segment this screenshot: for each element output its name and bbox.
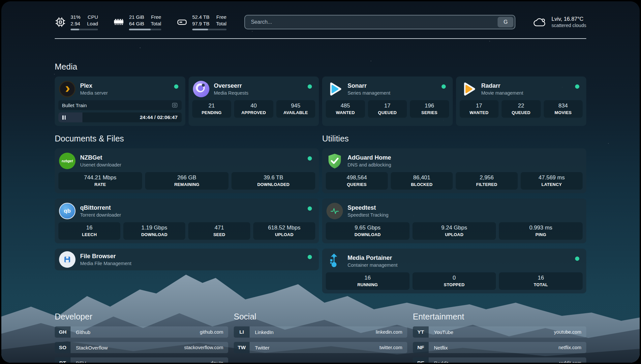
section-title-entertainment: Entertainment	[413, 312, 586, 321]
memory-progress	[129, 29, 161, 30]
nzbget-stat-rate: 744.21 MbpsRATE	[58, 172, 142, 190]
bookmark-group-developer: Developer GH Github github.com SO StackO…	[55, 312, 228, 363]
card-speedtest[interactable]: Speedtest Speedtest Tracking 9.65 GbpsDO…	[322, 198, 586, 243]
weather-widget: Lviv, 16.87°C scattered clouds	[533, 15, 586, 29]
qbittorrent-stat-download: 1.19 GbpsDOWNLOAD	[123, 222, 185, 240]
nzbget-stat-remaining: 266 GBREMAINING	[145, 172, 229, 190]
nzbget-status-dot	[308, 156, 312, 161]
sonarr-stat-queued: 17QUEUED	[368, 100, 407, 118]
reddit-abbr: RE	[413, 357, 429, 363]
disk-free-value: 52.4 TB	[192, 14, 209, 20]
linkedin-url: linkedin.com	[376, 329, 402, 335]
qbittorrent-stat-upload: 618.52 MbpsUPLOAD	[253, 222, 315, 240]
bookmark-stackoverflow[interactable]: SO StackOverflow stackoverflow.com	[55, 342, 228, 353]
disk-stats: 52.4 TB 97.9 TB Free Total	[176, 14, 227, 30]
weather-condition: scattered clouds	[551, 22, 586, 29]
bookmark-youtube[interactable]: YT YouTube youtube.com	[413, 326, 586, 338]
radarr-stat-movies: 834MOVIES	[544, 100, 583, 118]
portainer-status-dot	[575, 257, 579, 261]
portainer-title: Media Portainer	[348, 255, 398, 261]
card-adguard[interactable]: AdGuard Home DNS and adblocking 498,564Q…	[322, 148, 586, 193]
overseerr-stat-approved: 40APPROVED	[234, 100, 273, 118]
overseerr-status-dot	[308, 84, 312, 89]
card-overseerr[interactable]: Overseerr Media Requests 21PENDING 40APP…	[189, 76, 319, 126]
bookmark-netflix[interactable]: NF Netflix netflix.com	[413, 342, 586, 353]
dev-name: DEV	[76, 360, 86, 363]
adguard-stat-blocked: 86,401BLOCKED	[391, 172, 453, 190]
bookmark-reddit[interactable]: RE Reddit reddit.com	[413, 357, 586, 363]
radarr-stat-wanted: 17WANTED	[460, 100, 499, 118]
card-radarr[interactable]: Radarr Movie management 17WANTED 22QUEUE…	[456, 76, 587, 126]
adguard-subtitle: DNS and adblocking	[348, 162, 391, 167]
netflix-abbr: NF	[413, 342, 429, 353]
card-portainer[interactable]: Media Portainer Container management 16R…	[322, 249, 586, 293]
stackoverflow-name: StackOverflow	[76, 345, 108, 350]
search-bar: G	[244, 15, 516, 29]
search-provider-button[interactable]: G	[498, 17, 513, 27]
plex-title: Plex	[80, 82, 108, 89]
section-title-utilities: Utilities	[322, 134, 586, 143]
top-bar: 31% 2.94 CPU Load	[55, 1, 586, 33]
plex-now-playing-title: Bullet Train	[62, 103, 87, 108]
radarr-status-dot	[575, 84, 579, 89]
card-qbittorrent[interactable]: qb qBittorrent Torrent downloader 16LEEC…	[55, 198, 319, 243]
speedtest-stat-ping: 0.993 msPING	[499, 222, 583, 240]
bookmark-github[interactable]: GH Github github.com	[55, 326, 228, 338]
github-url: github.com	[200, 329, 223, 335]
plex-progress-bar: 24:44 / 02:06:47	[58, 112, 182, 122]
overseerr-stat-available: 945AVAILABLE	[276, 100, 316, 118]
twitter-name: Twitter	[255, 345, 269, 350]
youtube-name: YouTube	[434, 329, 453, 335]
overseerr-icon	[193, 81, 209, 97]
speedtest-icon	[326, 203, 343, 219]
cpu-progress	[71, 29, 98, 30]
cpu-load-value: 2.94	[71, 20, 80, 27]
dashboard-screen: 31% 2.94 CPU Load	[1, 1, 640, 363]
cpu-usage-label: CPU	[87, 14, 98, 20]
linkedin-abbr: LI	[234, 326, 250, 338]
github-name: Github	[76, 329, 90, 335]
overseerr-title: Overseerr	[214, 82, 249, 89]
disk-total-value: 97.9 TB	[192, 20, 209, 27]
card-filebrowser[interactable]: File Browser Media File Management	[55, 249, 319, 270]
stackoverflow-abbr: SO	[55, 342, 71, 353]
search-input[interactable]	[246, 19, 498, 25]
bookmark-linkedin[interactable]: LI LinkedIn linkedin.com	[234, 326, 407, 338]
disk-free-label: Free	[216, 14, 227, 20]
linkedin-name: LinkedIn	[255, 329, 274, 335]
filebrowser-title: File Browser	[80, 253, 132, 260]
memory-free-value: 21 GiB	[129, 14, 144, 20]
filebrowser-subtitle: Media File Management	[80, 261, 132, 266]
bookmark-twitter[interactable]: TW Twitter twitter.com	[234, 342, 407, 353]
youtube-url: youtube.com	[554, 329, 581, 335]
card-sonarr[interactable]: Sonarr Series management 485WANTED 17QUE…	[322, 76, 453, 126]
adguard-icon	[326, 153, 343, 169]
filebrowser-status-dot	[308, 255, 312, 259]
filebrowser-icon	[59, 251, 76, 268]
sonarr-icon	[326, 81, 343, 97]
memory-total-label: Total	[151, 20, 161, 27]
memory-free-label: Free	[151, 14, 161, 20]
qbittorrent-subtitle: Torrent downloader	[80, 212, 121, 218]
adguard-stat-queries: 498,564QUERIES	[326, 172, 388, 190]
radarr-icon	[460, 81, 477, 97]
plex-now-playing: Bullet Train	[58, 100, 182, 110]
qbittorrent-title: qBittorrent	[80, 204, 121, 211]
sonarr-stat-series: 196SERIES	[410, 100, 449, 118]
overseerr-subtitle: Media Requests	[214, 90, 249, 96]
reddit-url: reddit.com	[559, 360, 581, 363]
card-nzbget[interactable]: nzbget NZBGet Usenet downloader 744.21 M…	[55, 148, 319, 193]
memory-stats: 21 GiB 64 GiB Free Total	[113, 14, 161, 30]
cloud-icon	[533, 16, 547, 28]
twitter-url: twitter.com	[380, 345, 402, 350]
portainer-icon	[326, 253, 343, 269]
nzbget-stat-downloaded: 39.6 TBDOWNLOADED	[231, 172, 315, 190]
sonarr-title: Sonarr	[348, 82, 390, 89]
bookmark-group-social: Social LI LinkedIn linkedin.com TW Twitt…	[234, 312, 407, 363]
speedtest-stat-upload: 9.24 GbpsUPLOAD	[412, 222, 496, 240]
section-title-social: Social	[234, 312, 407, 321]
section-title-documents: Documents & Files	[55, 134, 319, 143]
topbar-divider	[55, 38, 586, 39]
bookmark-dev[interactable]: DT DEV dev.to	[55, 357, 228, 363]
card-plex[interactable]: Plex Media server Bullet Train 24:44 / 0…	[55, 76, 185, 126]
